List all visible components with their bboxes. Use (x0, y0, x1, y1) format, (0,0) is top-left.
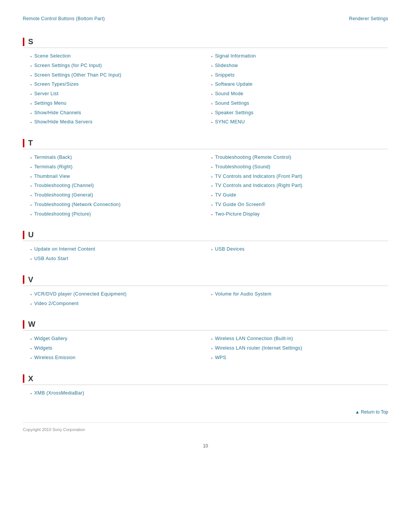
list-item: ▪Volume for Audio System (211, 291, 384, 298)
list-item: ▪Wireless LAN router (Internet Settings) (211, 345, 384, 352)
index-link[interactable]: USB Devices (215, 246, 245, 253)
index-link[interactable]: TV Guide (215, 192, 236, 199)
index-link[interactable]: Volume for Audio System (215, 291, 271, 298)
top-links: Remote Control Buttons (Bottom Part) Ren… (23, 15, 388, 26)
section-content-v: ▪VCR/DVD player (Connected Equipment)▪Vi… (23, 291, 388, 310)
list-item: ▪Sound Settings (211, 100, 384, 107)
footer: Copyright 2010 Sony Corporation (23, 422, 388, 432)
bullet-icon: ▪ (211, 355, 213, 361)
index-link[interactable]: Slideshow (215, 62, 238, 69)
index-link[interactable]: TV Controls and Indicators (Right Part) (215, 182, 303, 189)
bullet-icon: ▪ (30, 183, 32, 189)
bullet-icon: ▪ (211, 63, 213, 69)
index-link[interactable]: Software Update (215, 81, 253, 88)
section-bar-v (23, 275, 24, 284)
list-item: ▪Terminals (Back) (30, 154, 204, 161)
list-item: ▪USB Auto Start (30, 255, 204, 262)
index-link[interactable]: Screen Settings (Other Than PC Input) (34, 72, 121, 79)
bullet-icon: ▪ (30, 390, 32, 397)
index-link[interactable]: SYNC MENU (215, 118, 245, 126)
top-link-left[interactable]: Remote Control Buttons (Bottom Part) (23, 15, 105, 22)
index-link[interactable]: Troubleshooting (General) (34, 192, 93, 199)
index-link[interactable]: Widget Gallery (34, 335, 67, 342)
col-left-v: ▪VCR/DVD player (Connected Equipment)▪Vi… (23, 291, 207, 310)
col-right-w: ▪Wireless LAN Connection (Built-in)▪Wire… (207, 335, 388, 363)
index-link[interactable]: Settings Menu (34, 100, 67, 107)
index-link[interactable]: Server List (34, 90, 59, 97)
list-item: ▪Slideshow (211, 62, 384, 69)
list-item: ▪Show/Hide Media Servers (30, 118, 204, 126)
list-item: ▪Thumbnail View (30, 173, 204, 180)
section-header-t: T (23, 139, 388, 149)
index-link[interactable]: Troubleshooting (Remote Control) (215, 154, 292, 161)
index-link[interactable]: Sound Mode (215, 90, 244, 97)
index-link[interactable]: USB Auto Start (34, 255, 68, 262)
top-link-right[interactable]: Renderer Settings (349, 15, 388, 22)
bullet-icon: ▪ (211, 174, 213, 180)
list-item: ▪Screen Settings (Other Than PC Input) (30, 72, 204, 79)
list-item: ▪USB Devices (211, 246, 384, 253)
bullet-icon: ▪ (30, 91, 32, 97)
index-link[interactable]: Troubleshooting (Network Connection) (34, 201, 121, 208)
bullet-icon: ▪ (211, 155, 213, 161)
list-item: ▪TV Controls and Indicators (Right Part) (211, 182, 384, 189)
index-link[interactable]: Signal Information (215, 53, 256, 60)
bullet-icon: ▪ (30, 155, 32, 161)
list-item: ▪Troubleshooting (Network Connection) (30, 201, 204, 208)
index-link[interactable]: Sound Settings (215, 100, 249, 107)
index-link[interactable]: TV Controls and Indicators (Front Part) (215, 173, 303, 180)
index-link[interactable]: Speaker Settings (215, 109, 253, 117)
index-link[interactable]: XMB (XrossMediaBar) (34, 390, 84, 397)
return-to-top[interactable]: Return to Top (23, 409, 388, 415)
index-link[interactable]: Snippets (215, 72, 235, 79)
index-link[interactable]: Troubleshooting (Channel) (34, 182, 94, 189)
list-item: ▪WPS (211, 354, 384, 361)
index-link[interactable]: Screen Settings (for PC Input) (34, 62, 102, 69)
page-number: 10 (23, 443, 388, 449)
index-link[interactable]: Wireless LAN router (Internet Settings) (215, 345, 302, 352)
index-link[interactable]: Show/Hide Media Servers (34, 118, 92, 126)
bullet-icon: ▪ (30, 192, 32, 199)
list-item: ▪Sound Mode (211, 90, 384, 97)
index-link[interactable]: WPS (215, 354, 226, 361)
index-link[interactable]: Video 2/Component (34, 300, 79, 307)
section-content-t: ▪Terminals (Back)▪Terminals (Right)▪Thum… (23, 154, 388, 220)
list-item: ▪Screen Types/Sizes (30, 81, 204, 88)
bullet-icon: ▪ (211, 246, 213, 253)
index-link[interactable]: Terminals (Back) (34, 154, 72, 161)
index-link[interactable]: TV Guide On Screen® (215, 201, 265, 208)
index-link[interactable]: Show/Hide Channels (34, 109, 81, 117)
index-link[interactable]: Troubleshooting (Picture) (34, 211, 91, 218)
list-item: ▪Screen Settings (for PC Input) (30, 62, 204, 69)
bullet-icon: ▪ (30, 174, 32, 180)
index-link[interactable]: Terminals (Right) (34, 163, 73, 171)
col-left-u: ▪Update on Internet Content▪USB Auto Sta… (23, 246, 207, 265)
bullet-icon: ▪ (211, 211, 213, 218)
index-link[interactable]: VCR/DVD player (Connected Equipment) (34, 291, 127, 298)
list-item: ▪Two-Picture Display (211, 211, 384, 218)
list-item: ▪Troubleshooting (Remote Control) (211, 154, 384, 161)
index-link[interactable]: Widgets (34, 345, 53, 352)
index-link[interactable]: Screen Types/Sizes (34, 81, 79, 88)
bullet-icon: ▪ (211, 110, 213, 117)
section-letter-x: X (28, 374, 33, 383)
index-link[interactable]: Scene Selection (34, 53, 71, 60)
index-link[interactable]: Thumbnail View (34, 173, 70, 180)
index-link[interactable]: Troubleshooting (Sound) (215, 163, 271, 171)
section-x: X▪XMB (XrossMediaBar) (23, 374, 388, 399)
section-header-x: X (23, 374, 388, 385)
col-right-v: ▪Volume for Audio System (207, 291, 388, 310)
list-item: ▪Snippets (211, 72, 384, 79)
bullet-icon: ▪ (30, 164, 32, 171)
list-item: ▪Video 2/Component (30, 300, 204, 307)
list-item: ▪Terminals (Right) (30, 163, 204, 171)
index-link[interactable]: Wireless Emission (34, 354, 75, 361)
index-link[interactable]: Wireless LAN Connection (Built-in) (215, 335, 293, 342)
section-header-u: U (23, 230, 388, 241)
index-link[interactable]: Update on Internet Content (34, 246, 96, 253)
bullet-icon: ▪ (211, 72, 213, 79)
index-link[interactable]: Two-Picture Display (215, 211, 260, 218)
list-item: ▪Troubleshooting (Picture) (30, 211, 204, 218)
list-item: ▪TV Guide (211, 192, 384, 199)
bullet-icon: ▪ (30, 301, 32, 307)
